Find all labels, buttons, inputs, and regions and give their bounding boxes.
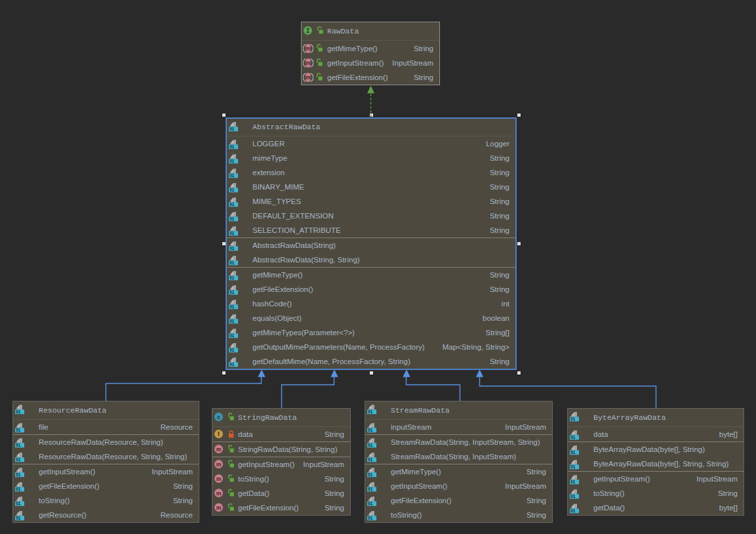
svg-text:01: 01 bbox=[16, 516, 21, 520]
svg-text:01: 01 bbox=[16, 428, 21, 432]
svg-text:01: 01 bbox=[570, 508, 576, 513]
svg-text:01: 01 bbox=[16, 472, 21, 477]
svg-text:01: 01 bbox=[368, 409, 373, 414]
svg-text:01: 01 bbox=[570, 417, 576, 421]
svg-text:01: 01 bbox=[229, 173, 235, 178]
svg-text:01: 01 bbox=[570, 480, 576, 484]
svg-text:01: 01 bbox=[229, 202, 235, 207]
svg-text:f: f bbox=[218, 431, 220, 438]
svg-text:01: 01 bbox=[16, 443, 21, 447]
svg-text:01: 01 bbox=[229, 216, 235, 221]
svg-text:01: 01 bbox=[229, 246, 235, 251]
svg-text:01: 01 bbox=[229, 260, 235, 265]
svg-text:01: 01 bbox=[16, 501, 21, 506]
svg-text:01: 01 bbox=[16, 487, 21, 491]
svg-text:m: m bbox=[306, 45, 311, 52]
svg-text:01: 01 bbox=[229, 319, 235, 323]
svg-text:01: 01 bbox=[368, 516, 373, 520]
svg-text:01: 01 bbox=[368, 501, 373, 506]
svg-text:01: 01 bbox=[570, 464, 576, 469]
svg-text:01: 01 bbox=[229, 127, 235, 131]
svg-text:m: m bbox=[216, 461, 222, 468]
svg-text:m: m bbox=[216, 504, 222, 511]
svg-text:m: m bbox=[216, 490, 222, 497]
svg-text:m: m bbox=[306, 74, 311, 81]
svg-text:m: m bbox=[306, 60, 311, 66]
svg-text:01: 01 bbox=[16, 409, 21, 414]
svg-text:01: 01 bbox=[16, 457, 21, 462]
svg-text:01: 01 bbox=[570, 435, 576, 440]
svg-text:m: m bbox=[216, 446, 222, 453]
svg-text:01: 01 bbox=[229, 348, 235, 352]
svg-text:01: 01 bbox=[229, 188, 235, 192]
svg-text:01: 01 bbox=[368, 443, 373, 447]
svg-text:01: 01 bbox=[229, 362, 235, 367]
svg-text:01: 01 bbox=[368, 457, 373, 462]
svg-text:01: 01 bbox=[229, 159, 235, 163]
svg-text:01: 01 bbox=[229, 231, 235, 236]
svg-text:m: m bbox=[216, 476, 222, 482]
svg-text:01: 01 bbox=[229, 333, 235, 338]
svg-text:01: 01 bbox=[570, 494, 576, 499]
svg-text:01: 01 bbox=[229, 144, 235, 149]
svg-text:01: 01 bbox=[570, 450, 576, 455]
svg-text:01: 01 bbox=[368, 428, 373, 432]
svg-text:01: 01 bbox=[368, 472, 373, 477]
svg-text:01: 01 bbox=[229, 290, 235, 295]
svg-text:c: c bbox=[217, 414, 220, 421]
svg-text:01: 01 bbox=[368, 487, 373, 491]
svg-text:01: 01 bbox=[229, 276, 235, 280]
svg-text:01: 01 bbox=[229, 304, 235, 309]
